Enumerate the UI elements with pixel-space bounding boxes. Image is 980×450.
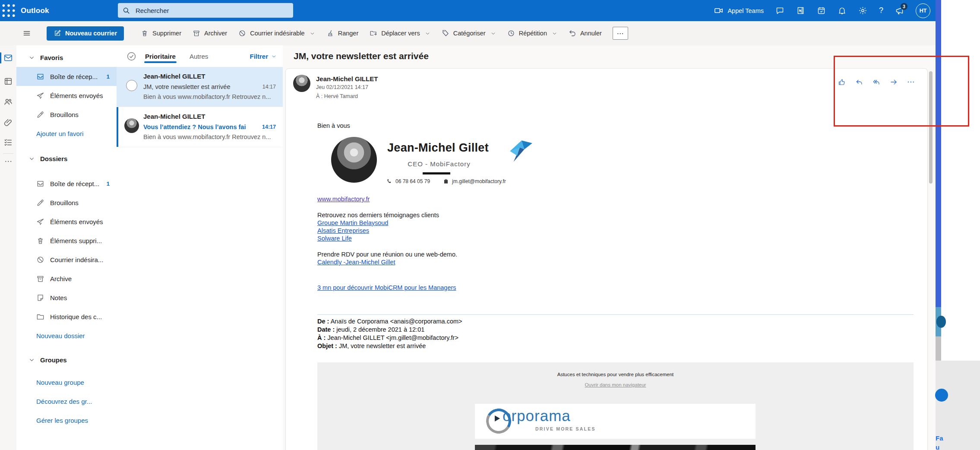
notifications-bell-icon[interactable] <box>838 6 847 15</box>
sidebar-item-notes[interactable]: Notes <box>16 288 117 307</box>
unread-indicator-bar <box>117 107 118 147</box>
email-signature: Jean-Michel Gillet CEO - MobiFactory 06 … <box>317 133 559 190</box>
manage-groups-link[interactable]: Gérer les groupes <box>16 411 117 430</box>
tab-other[interactable]: Autres <box>189 47 209 66</box>
signature-phone: 06 78 64 05 79 <box>395 178 430 184</box>
left-rail: ⋯ <box>0 45 17 450</box>
people-module-icon[interactable] <box>3 97 13 107</box>
teams-call-label: Appel Teams <box>727 7 764 14</box>
open-in-browser-link[interactable]: Ouvrir dans mon navigateur <box>585 382 646 387</box>
corporama-wordmark: orporama <box>503 407 571 425</box>
calendar-module-icon[interactable] <box>3 76 13 86</box>
background-right-bottom <box>941 361 980 450</box>
more-commands-button[interactable]: ⋯ <box>613 27 628 40</box>
chat-icon[interactable] <box>775 6 784 15</box>
undo-button[interactable]: Annuler <box>564 26 607 40</box>
trash-icon <box>141 29 149 37</box>
email-list-item-1[interactable]: Jean-Michel GILLET JM, votre newsletter … <box>117 67 283 107</box>
testimonial-link-3[interactable]: Solware Life <box>317 235 352 242</box>
read-circle-icon[interactable] <box>126 80 137 91</box>
mobifactory-bird-logo <box>506 136 533 164</box>
pencil-icon <box>36 111 44 119</box>
categorize-button[interactable]: Catégoriser <box>437 26 501 40</box>
recipient-line[interactable]: À : Hervé Tamard <box>316 93 358 99</box>
settings-gear-icon[interactable] <box>858 6 867 15</box>
sidebar-item-sent-favorite[interactable]: Éléments envoyés <box>16 86 117 105</box>
tab-focused[interactable]: Prioritaire <box>144 47 177 66</box>
quoted-de-value: Anaïs de Corporama <anais@corporama.com> <box>331 318 462 325</box>
newsletter-content: Astuces et techniques pour vendre plus e… <box>317 362 914 450</box>
email-sender: Jean-Michel GILLET <box>143 73 205 80</box>
edge-partial-text: Fa u <box>936 434 943 450</box>
sender-avatar[interactable] <box>293 75 310 92</box>
todo-tasks-icon[interactable] <box>3 138 13 147</box>
select-all-circle-check-icon[interactable] <box>126 51 137 62</box>
sidebar-item-conversation-history[interactable]: Historique des c... <box>16 307 117 326</box>
website-link[interactable]: www.mobifactory.fr <box>317 196 370 203</box>
briefcase-icon <box>443 178 449 184</box>
attachments-paperclip-icon[interactable] <box>3 118 13 127</box>
signature-divider <box>423 172 450 174</box>
pencil-icon <box>36 199 44 207</box>
my-day-calendar-icon[interactable] <box>817 6 826 15</box>
testimonials-intro: Retrouvez nos derniers témoignages clien… <box>317 212 439 219</box>
groups-section-header[interactable]: Groupes <box>16 350 117 369</box>
sidebar-item-inbox[interactable]: Boîte de récept... 1 <box>16 174 117 193</box>
sidebar-item-drafts[interactable]: Brouillons <box>16 193 117 212</box>
testimonial-link-1[interactable]: Groupe Martin Belaysoud <box>317 219 388 226</box>
new-folder-link[interactable]: Nouveau dossier <box>16 326 117 345</box>
move-to-button[interactable]: Déplacer vers <box>365 26 435 40</box>
quoted-to-label: À : <box>317 334 326 341</box>
sidebar-item-deleted[interactable]: Éléments suppri... <box>16 231 117 250</box>
message-list: Prioritaire Autres Filtrer Jean-Michel G… <box>117 45 283 450</box>
sidebar-item-inbox-favorite[interactable]: Boîte de récep... 1 <box>16 67 117 86</box>
app-launcher-icon[interactable] <box>0 0 17 21</box>
sidebar-item-archive[interactable]: Archive <box>16 269 117 288</box>
corporama-tagline: DRIVE MORE SALES <box>535 426 596 431</box>
folders-section-header[interactable]: Dossiers <box>16 149 117 168</box>
signature-portrait-photo <box>331 137 377 183</box>
chevron-down-icon <box>271 54 277 59</box>
add-favorite-link[interactable]: Ajouter un favori <box>16 124 117 143</box>
calendly-link[interactable]: Calendly -Jean-Michel Gillet <box>317 259 395 266</box>
new-mail-button[interactable]: Nouveau courrier <box>47 26 124 41</box>
snooze-button[interactable]: Répétition <box>503 26 562 40</box>
archive-button[interactable]: Archiver <box>188 26 232 40</box>
sweep-button[interactable]: Ranger <box>322 26 364 40</box>
email-list-item-2[interactable]: Jean-Michel GILLET Vous l’attendiez ? No… <box>117 107 283 147</box>
sidebar-item-drafts-favorite[interactable]: Brouillons <box>16 105 117 124</box>
account-avatar[interactable]: HT <box>916 3 930 18</box>
filter-button[interactable]: Filtrer <box>250 53 277 60</box>
sidebar-item-sent[interactable]: Éléments envoyés <box>16 212 117 231</box>
undo-icon <box>569 29 576 37</box>
discover-mobicrm-link[interactable]: 3 mn pour découvrir MobiCRM pour les Man… <box>317 284 456 291</box>
search-input[interactable]: Rechercher <box>118 3 293 18</box>
whats-new-megaphone-icon[interactable]: 3 <box>895 6 904 15</box>
more-apps-icon[interactable]: ⋯ <box>3 157 13 166</box>
junk-mail-button[interactable]: Courrier indésirable <box>234 26 320 40</box>
help-icon[interactable]: ? <box>879 6 883 15</box>
new-group-link[interactable]: Nouveau groupe <box>16 373 117 392</box>
mail-module-icon[interactable] <box>3 53 13 63</box>
outlook-window: Outlook Rechercher Appel Teams ? 3 HT <box>0 0 980 450</box>
quoted-date-value: jeudi, 2 décembre 2021 à 12:01 <box>336 326 424 333</box>
search-icon <box>122 6 130 15</box>
onenote-feed-icon[interactable] <box>796 6 805 15</box>
teams-call-button[interactable]: Appel Teams <box>714 6 764 16</box>
trash-icon <box>36 237 44 245</box>
move-folder-icon <box>370 29 377 37</box>
chevron-down-icon <box>28 155 35 162</box>
discover-groups-link[interactable]: Découvrez des gr... <box>16 392 117 411</box>
chevron-down-icon <box>425 31 430 36</box>
hamburger-menu-icon[interactable] <box>22 29 31 38</box>
email-time: 14:17 <box>262 84 276 90</box>
delete-button[interactable]: Supprimer <box>136 26 186 40</box>
testimonial-link-2[interactable]: Alsatis Entreprises <box>317 227 369 234</box>
sidebar-item-junk[interactable]: Courrier indésira... <box>16 250 117 269</box>
sender-name[interactable]: Jean-Michel GILLET <box>316 75 378 82</box>
favorites-section-header[interactable]: Favoris <box>16 48 117 67</box>
inbox-icon <box>36 180 44 188</box>
sender-avatar <box>124 118 139 133</box>
annotation-red-rectangle <box>834 56 969 127</box>
phone-icon <box>386 178 392 184</box>
